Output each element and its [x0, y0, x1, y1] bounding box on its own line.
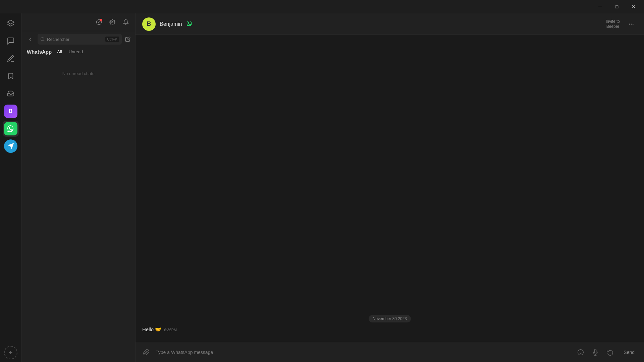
sidebar-item-telegram[interactable]	[3, 138, 19, 154]
left-panel-header	[21, 13, 135, 31]
svg-point-6	[633, 24, 634, 24]
draw-icon	[7, 55, 15, 64]
svg-line-4	[44, 40, 45, 41]
message-input[interactable]	[156, 342, 571, 362]
layers-icon	[7, 19, 15, 29]
close-button[interactable]: ✕	[626, 1, 641, 12]
inbox-icon	[7, 90, 14, 98]
message-text: Hello 🤝	[142, 326, 161, 333]
notifications-icon-button[interactable]	[120, 17, 131, 27]
send-button[interactable]: Send	[620, 348, 639, 357]
icon-sidebar-items: B	[3, 16, 19, 343]
svg-point-5	[631, 24, 632, 24]
audio-button[interactable]	[590, 347, 601, 358]
invite-beeper-line2: Beeper	[606, 24, 620, 29]
search-icon	[40, 37, 45, 42]
invite-beeper-line1: Invite to	[606, 19, 620, 24]
attach-button[interactable]	[141, 347, 152, 358]
notification-dot	[100, 19, 102, 21]
svg-point-2	[112, 21, 113, 23]
no-chats-message: No unread chats	[21, 58, 135, 362]
tab-unread[interactable]: Unread	[67, 49, 85, 55]
avatar: B	[142, 17, 156, 31]
emoji-button[interactable]	[575, 347, 586, 358]
telegram-icon	[4, 139, 17, 153]
search-box[interactable]: Ctrl+K	[38, 34, 122, 45]
chat-panel: B Benjamin Invite to Beeper	[136, 13, 644, 362]
svg-point-7	[629, 24, 630, 24]
chat-list-title: WhatsApp	[27, 49, 52, 55]
invite-to-beeper-button[interactable]: Invite to Beeper	[603, 18, 623, 30]
settings-icon-button[interactable]	[107, 17, 118, 27]
message-time: 6:36PM	[164, 328, 177, 332]
sidebar-item-layers[interactable]	[3, 16, 19, 32]
back-button[interactable]	[25, 35, 35, 44]
activity-icon-button[interactable]	[94, 17, 104, 27]
svg-marker-0	[7, 20, 14, 24]
left-panel: Ctrl+K WhatsApp All Unread No unread cha…	[21, 13, 136, 362]
search-row: Ctrl+K	[21, 31, 135, 47]
svg-point-8	[578, 349, 584, 355]
app-layout: B	[0, 13, 644, 362]
svg-point-3	[41, 38, 44, 41]
compose-button[interactable]	[124, 35, 131, 44]
history-button[interactable]	[605, 347, 615, 358]
table-row: Hello 🤝 6:36PM	[142, 326, 637, 333]
sidebar-item-beeper[interactable]: B	[3, 103, 19, 119]
title-bar: ─ □ ✕	[0, 0, 644, 13]
beeper-icon: B	[4, 105, 17, 118]
chat-header: B Benjamin Invite to Beeper	[136, 13, 644, 35]
sidebar-item-chats[interactable]	[3, 34, 19, 50]
sidebar-item-whatsapp[interactable]	[3, 121, 19, 137]
search-input[interactable]	[47, 37, 103, 42]
sidebar-item-bookmarks[interactable]	[3, 68, 19, 84]
sidebar-item-draw[interactable]	[3, 51, 19, 67]
message-bubble: Hello 🤝 6:36PM	[142, 326, 177, 333]
chat-list-header: WhatsApp All Unread	[21, 47, 135, 58]
minimize-button[interactable]: ─	[592, 1, 608, 12]
chat-header-right: Invite to Beeper	[603, 18, 637, 30]
icon-sidebar: B	[0, 13, 21, 362]
bookmark-icon	[7, 72, 14, 81]
contact-name: Benjamin	[160, 21, 182, 27]
whatsapp-icon	[4, 122, 17, 135]
maximize-button[interactable]: □	[609, 1, 625, 12]
chats-icon	[7, 37, 15, 47]
input-area: Send	[136, 342, 644, 362]
date-badge: November 30 2023	[142, 315, 637, 322]
more-options-button[interactable]	[625, 18, 637, 30]
messages-area: November 30 2023 Hello 🤝 6:36PM	[136, 35, 644, 342]
add-network-button[interactable]: +	[4, 346, 17, 359]
sidebar-item-inbox[interactable]	[3, 86, 19, 102]
tab-all[interactable]: All	[56, 49, 63, 55]
chat-header-left: B Benjamin	[142, 17, 599, 31]
platform-badge	[186, 20, 193, 28]
header-icons	[94, 17, 131, 27]
search-shortcut: Ctrl+K	[105, 37, 119, 42]
